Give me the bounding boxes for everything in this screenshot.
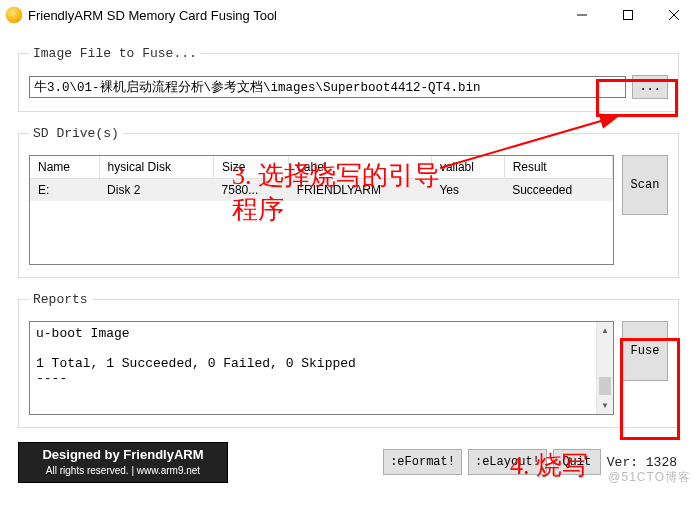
col-name[interactable]: Name (30, 156, 99, 179)
browse-button[interactable]: ... (632, 75, 668, 99)
group-reports-legend: Reports (29, 292, 92, 307)
cell-result: Succeeded (504, 179, 612, 202)
col-size[interactable]: Size (214, 156, 289, 179)
image-path-input[interactable] (29, 76, 626, 98)
reports-scrollbar[interactable]: ▲ ▼ (596, 322, 613, 414)
scroll-up-icon[interactable]: ▲ (597, 322, 613, 339)
app-icon (6, 7, 22, 23)
svg-rect-1 (624, 11, 633, 20)
bottom-bar: Designed by FriendlyARM All rights reser… (18, 442, 679, 483)
titlebar: FriendlyARM SD Memory Card Fusing Tool (0, 0, 697, 30)
group-image-file-legend: Image File to Fuse... (29, 46, 201, 61)
group-reports: Reports u-boot Image 1 Total, 1 Succeede… (18, 292, 679, 428)
cell-label: FRIENDLYARM (289, 179, 432, 202)
scroll-track[interactable] (597, 339, 613, 397)
group-image-file: Image File to Fuse... ... (18, 46, 679, 112)
version-label: Ver: 1328 (607, 455, 679, 470)
banner[interactable]: Designed by FriendlyARM All rights reser… (18, 442, 228, 483)
col-physical-disk[interactable]: hysical Disk (99, 156, 213, 179)
reports-text: u-boot Image 1 Total, 1 Succeeded, 0 Fai… (30, 322, 596, 414)
cell-available: Yes (431, 179, 504, 202)
relayout-button[interactable]: :eLayout! (468, 449, 547, 475)
drive-list-header: Name hysical Disk Size Label vailabl Res… (30, 156, 613, 179)
window-buttons (559, 0, 697, 30)
col-available[interactable]: vailabl (431, 156, 504, 179)
cell-disk: Disk 2 (99, 179, 213, 202)
col-result[interactable]: Result (504, 156, 612, 179)
banner-line2: All rights reserved. | www.arm9.net (29, 464, 217, 477)
col-label[interactable]: Label (289, 156, 432, 179)
minimize-button[interactable] (559, 0, 605, 30)
cell-size: 7580... (214, 179, 289, 202)
scroll-down-icon[interactable]: ▼ (597, 397, 613, 414)
maximize-button[interactable] (605, 0, 651, 30)
banner-line1: Designed by FriendlyARM (29, 447, 217, 464)
table-row[interactable]: E: Disk 2 7580... FRIENDLYARM Yes Succee… (30, 179, 613, 202)
scan-button[interactable]: Scan (622, 155, 668, 215)
reports-box[interactable]: u-boot Image 1 Total, 1 Succeeded, 0 Fai… (29, 321, 614, 415)
close-button[interactable] (651, 0, 697, 30)
cell-name: E: (30, 179, 99, 202)
drive-list[interactable]: Name hysical Disk Size Label vailabl Res… (29, 155, 614, 265)
scroll-thumb[interactable] (599, 377, 611, 395)
quit-button[interactable]: Quit (553, 449, 601, 475)
fuse-button[interactable]: Fuse (622, 321, 668, 381)
window-title: FriendlyARM SD Memory Card Fusing Tool (28, 8, 277, 23)
group-sd-drives: SD Drive(s) Name hysical Disk Size Label… (18, 126, 679, 278)
group-sd-drives-legend: SD Drive(s) (29, 126, 123, 141)
reformat-button[interactable]: :eFormat! (383, 449, 462, 475)
